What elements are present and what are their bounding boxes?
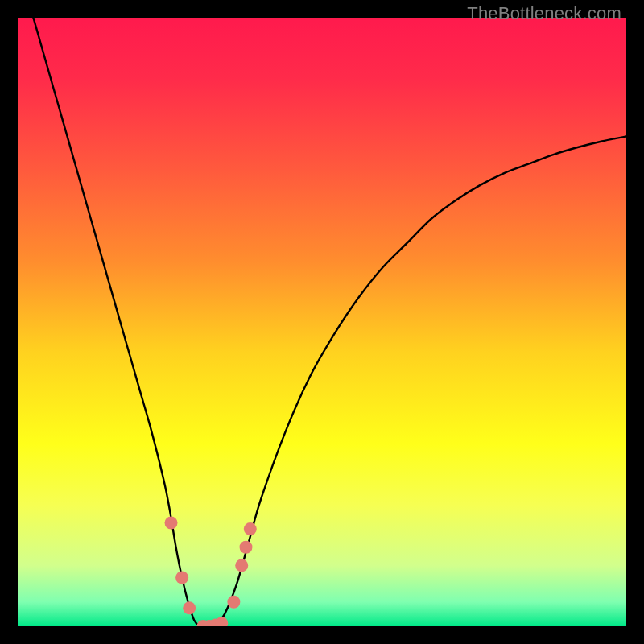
chart-svg bbox=[18, 18, 626, 626]
watermark-text: TheBottleneck.com bbox=[467, 3, 621, 24]
highlight-point bbox=[183, 601, 196, 614]
highlight-point bbox=[235, 559, 248, 572]
highlight-point bbox=[165, 516, 178, 529]
highlight-point bbox=[244, 522, 257, 535]
chart-background bbox=[18, 18, 626, 626]
highlight-point bbox=[240, 541, 253, 554]
chart-frame bbox=[18, 18, 626, 626]
highlight-point bbox=[227, 596, 240, 609]
highlight-point bbox=[175, 572, 188, 584]
